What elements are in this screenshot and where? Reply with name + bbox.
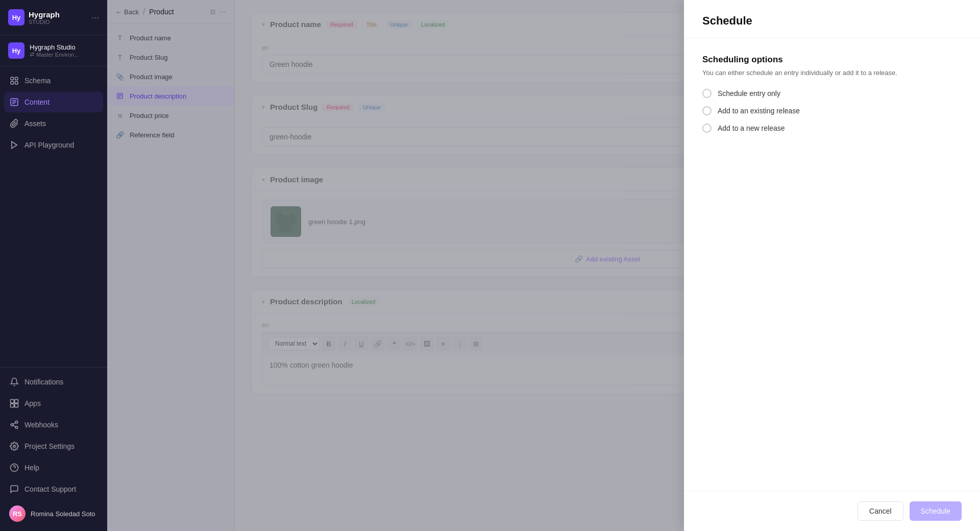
- svg-marker-8: [12, 141, 17, 149]
- asset-name: green hoodie 1.png: [308, 218, 365, 226]
- schedule-panel: Schedule Scheduling options You can eith…: [684, 0, 980, 531]
- svg-point-15: [15, 426, 18, 429]
- svg-rect-3: [15, 82, 18, 84]
- apps-label: Apps: [24, 399, 41, 407]
- field-list-panel: ← Back / Product ⧉ ··· T Product name T …: [107, 0, 235, 531]
- radio-entry-only[interactable]: Schedule entry only: [702, 89, 962, 98]
- radio-group: Schedule entry only Add to an existing r…: [702, 89, 962, 133]
- help-label: Help: [24, 464, 39, 472]
- cancel-button[interactable]: Cancel: [857, 501, 903, 521]
- radio-label-existing-release: Add to an existing release: [718, 107, 800, 115]
- schedule-button[interactable]: Schedule: [910, 501, 962, 521]
- sidebar-nav: Schema Content Assets API Playground: [0, 66, 107, 367]
- field-item-product-slug[interactable]: T Product Slug: [107, 47, 234, 67]
- unique-badge: Unique: [359, 103, 385, 111]
- numbered-list-button[interactable]: ⋮: [452, 336, 467, 351]
- webhooks-icon: [9, 420, 19, 430]
- field-item-label: Product description: [130, 92, 186, 100]
- blockquote-button[interactable]: ❝: [387, 336, 401, 351]
- link-icon: 🔗: [575, 255, 583, 263]
- svg-point-14: [11, 424, 13, 426]
- bold-button[interactable]: B: [322, 336, 336, 351]
- sidebar-bottom: Notifications Apps Webhooks Project Sett…: [0, 367, 107, 531]
- sidebar-item-contact-support[interactable]: Contact Support: [4, 479, 103, 499]
- collapse-button[interactable]: ▾: [262, 176, 265, 183]
- svg-point-13: [15, 421, 18, 424]
- collapse-button[interactable]: ▾: [262, 298, 265, 305]
- text-icon: T: [115, 33, 125, 42]
- workspace-section[interactable]: Hy Hygraph Studio ⇄ Master Environ...: [0, 35, 107, 66]
- schedule-title: Schedule: [702, 14, 962, 28]
- webhooks-label: Webhooks: [24, 421, 58, 429]
- studio-label: STUDIO: [29, 19, 60, 25]
- table-button[interactable]: ⊞: [469, 336, 483, 351]
- svg-line-17: [13, 423, 15, 424]
- link-button[interactable]: 🔗: [371, 336, 385, 351]
- back-button[interactable]: ← Back: [115, 8, 139, 16]
- project-settings-label: Project Settings: [24, 442, 75, 450]
- sidebar-item-schema[interactable]: Schema: [4, 70, 103, 91]
- field-item-product-name[interactable]: T Product name: [107, 28, 234, 47]
- price-icon: π: [115, 111, 125, 120]
- radio-circle-entry-only: [702, 89, 712, 98]
- field-item-label: Product price: [130, 112, 169, 119]
- localized-badge: Localized: [348, 298, 379, 306]
- project-settings-icon: [9, 441, 19, 451]
- sidebar-item-webhooks[interactable]: Webhooks: [4, 415, 103, 435]
- user-profile[interactable]: RS Romina Soledad Soto: [4, 500, 103, 527]
- image-button[interactable]: 🖼: [420, 336, 434, 351]
- required-badge: Required: [323, 103, 354, 111]
- schedule-header: Schedule: [684, 0, 980, 38]
- sidebar-item-help[interactable]: Help: [4, 457, 103, 478]
- code-button[interactable]: </>: [403, 336, 418, 351]
- contact-support-icon: [9, 484, 19, 494]
- bullet-list-button[interactable]: ≡: [436, 336, 450, 351]
- sidebar-assets-label: Assets: [24, 119, 46, 128]
- section-title: Product Slug: [270, 103, 317, 111]
- field-items-list: T Product name T Product Slug 📎 Product …: [107, 24, 234, 149]
- collapse-button[interactable]: ▾: [262, 104, 265, 111]
- field-item-reference-field[interactable]: 🔗 Reference field: [107, 125, 234, 144]
- copy-button[interactable]: ⧉: [210, 8, 215, 16]
- svg-rect-12: [15, 404, 18, 407]
- sidebar-item-project-settings[interactable]: Project Settings: [4, 436, 103, 456]
- more-options-button[interactable]: ···: [219, 7, 226, 16]
- radio-existing-release[interactable]: Add to an existing release: [702, 106, 962, 115]
- svg-rect-2: [11, 82, 13, 84]
- sidebar-more-button[interactable]: ···: [91, 12, 99, 23]
- svg-rect-10: [15, 400, 18, 403]
- underline-button[interactable]: U: [354, 336, 369, 351]
- sidebar-item-assets[interactable]: Assets: [4, 113, 103, 134]
- sidebar-logo: Hy Hygraph STUDIO ···: [0, 0, 107, 35]
- workspace-env: ⇄ Master Environ...: [30, 51, 79, 58]
- app-name: Hygraph: [29, 10, 60, 19]
- format-select[interactable]: Normal text: [268, 337, 320, 350]
- unique-badge: Unique: [386, 20, 412, 29]
- svg-point-18: [13, 445, 16, 448]
- collapse-button[interactable]: ▾: [262, 21, 265, 28]
- workspace-avatar: Hy: [8, 42, 24, 59]
- logo-icon: Hy: [8, 9, 24, 26]
- field-item-product-description[interactable]: Product description: [107, 86, 234, 106]
- sidebar-item-apps[interactable]: Apps: [4, 393, 103, 414]
- schema-icon: [9, 76, 19, 86]
- schedule-footer: Cancel Schedule: [684, 491, 980, 531]
- svg-rect-1: [15, 77, 18, 80]
- localized-badge: Localized: [417, 20, 449, 29]
- field-item-product-image[interactable]: 📎 Product image: [107, 67, 234, 86]
- sidebar-item-notifications[interactable]: Notifications: [4, 372, 103, 392]
- italic-button[interactable]: I: [338, 336, 352, 351]
- description-icon: [115, 91, 125, 101]
- sidebar-item-content[interactable]: Content: [4, 92, 103, 112]
- field-item-label: Product image: [130, 73, 173, 81]
- svg-rect-11: [11, 404, 14, 407]
- sidebar-item-api-playground[interactable]: API Playground: [4, 135, 103, 155]
- apps-icon: [9, 398, 19, 408]
- radio-new-release[interactable]: Add to a new release: [702, 124, 962, 133]
- field-item-product-price[interactable]: π Product price: [107, 106, 234, 125]
- sidebar-content-label: Content: [24, 98, 50, 106]
- sidebar-schema-label: Schema: [24, 77, 51, 85]
- image-icon: 📎: [115, 72, 125, 81]
- field-item-label: Product name: [130, 34, 171, 42]
- svg-rect-0: [11, 77, 13, 80]
